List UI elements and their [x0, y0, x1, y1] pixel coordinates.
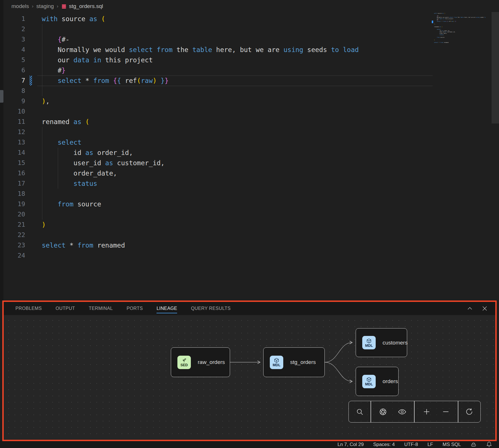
sidebar-scrollbar[interactable] — [0, 90, 3, 103]
code-line-21[interactable]: 21) — [3, 220, 499, 230]
status-bar: Ln 7, Col 29Spaces: 4UTF-8LFMS SQL — [0, 441, 499, 448]
minimap[interactable]: with source as ( {#- Normally we would s… — [434, 13, 486, 45]
badge-label: SED — [181, 363, 188, 367]
cube-icon — [274, 358, 279, 363]
modified-line-indicator — [29, 76, 32, 85]
code-text: ), — [42, 96, 50, 106]
lineage-node-orders[interactable]: MDL orders — [356, 367, 399, 396]
line-number: 1 — [3, 14, 25, 24]
line-number: 20 — [3, 209, 25, 220]
aperture-button[interactable] — [376, 405, 390, 419]
visibility-button[interactable] — [395, 405, 409, 419]
status-cursor-position[interactable]: Ln 7, Col 29 — [337, 442, 364, 447]
model-badge: MDL — [362, 336, 376, 349]
tab-query-results[interactable]: QUERY RESULTS — [191, 302, 231, 315]
breadcrumb-item-staging[interactable]: staging — [36, 3, 54, 9]
code-line-5[interactable]: 5 our data in this project — [3, 55, 499, 65]
code-text: select * from renamed — [42, 240, 125, 250]
breadcrumb: models › staging › stg_orders.sql — [3, 0, 499, 13]
lineage-graph[interactable]: SED raw_orders MDL stg_orders — [4, 315, 495, 439]
code-line-18[interactable]: 18 — [3, 189, 499, 199]
code-line-4[interactable]: 4 Normally we would select from the tabl… — [3, 45, 499, 55]
code-line-1[interactable]: 1with source as ( — [3, 14, 499, 24]
cube-icon — [366, 338, 372, 344]
notifications-button[interactable] — [486, 441, 492, 447]
lineage-node-customers[interactable]: MDL customers — [356, 328, 407, 357]
maximize-panel-button[interactable] — [467, 305, 473, 312]
line-number: 8 — [3, 86, 25, 96]
code-line-24[interactable]: 24 — [3, 250, 499, 261]
breadcrumb-separator: › — [32, 3, 33, 9]
line-number: 13 — [3, 137, 25, 148]
code-line-19[interactable]: 19 from source — [3, 199, 499, 209]
tab-problems[interactable]: PROBLEMS — [15, 302, 42, 315]
line-number: 19 — [3, 199, 25, 209]
line-number: 11 — [3, 117, 25, 127]
code-line-7[interactable]: 7 select * from {{ ref(raw) }} — [3, 75, 499, 86]
badge-label: MDL — [365, 344, 373, 347]
status-language-mode[interactable]: MS SQL — [443, 442, 461, 447]
copilot-icon — [470, 441, 477, 448]
breadcrumb-separator: › — [57, 3, 58, 9]
code-line-8[interactable]: 8 — [3, 86, 499, 96]
code-text: with source as ( — [42, 14, 105, 24]
status-eol[interactable]: LF — [427, 442, 433, 447]
refresh-button[interactable] — [462, 405, 476, 419]
tab-terminal[interactable]: TERMINAL — [89, 302, 113, 315]
lineage-node-raw-orders[interactable]: SED raw_orders — [171, 347, 230, 377]
code-line-13[interactable]: 13 select — [3, 137, 499, 148]
code-text: our data in this project — [42, 55, 153, 65]
code-text: #} — [42, 65, 66, 75]
line-number: 4 — [3, 45, 25, 55]
code-line-16[interactable]: 16 order_date, — [3, 168, 499, 178]
cube-icon — [366, 377, 372, 382]
tab-output[interactable]: OUTPUT — [56, 302, 75, 315]
editor-scrollbar[interactable] — [492, 12, 499, 124]
line-number: 10 — [3, 106, 25, 117]
lineage-node-stg-orders[interactable]: MDL stg_orders — [263, 347, 325, 377]
line-number: 6 — [3, 65, 25, 75]
minimap-modified-marker — [432, 21, 433, 23]
search-button[interactable] — [353, 405, 367, 419]
indent-guide — [42, 24, 42, 96]
panel-tabs: PROBLEMSOUTPUTTERMINALPORTSLINEAGEQUERY … — [4, 302, 495, 315]
code-line-9[interactable]: 9), — [3, 96, 499, 106]
node-label: customers — [383, 340, 408, 346]
status-indentation[interactable]: Spaces: 4 — [373, 442, 395, 447]
code-line-12[interactable]: 12 — [3, 127, 499, 137]
model-badge: MDL — [362, 375, 376, 388]
zoom-out-button[interactable] — [439, 405, 453, 419]
bell-icon — [486, 441, 492, 447]
code-line-2[interactable]: 2 — [3, 24, 499, 34]
close-panel-button[interactable] — [482, 305, 488, 312]
edge-stg-to-customers — [325, 343, 352, 362]
vscode-window: models › staging › stg_orders.sql 1with … — [0, 0, 499, 448]
code-line-14[interactable]: 14 id as order_id, — [3, 148, 499, 158]
code-line-20[interactable]: 20 — [3, 209, 499, 220]
code-text: status — [42, 178, 97, 189]
code-line-3[interactable]: 3 {#- — [3, 34, 499, 45]
tab-ports[interactable]: PORTS — [126, 302, 143, 315]
code-line-11[interactable]: 11renamed as ( — [3, 117, 499, 127]
tab-lineage[interactable]: LINEAGE — [157, 302, 177, 315]
code-line-17[interactable]: 17 status — [3, 178, 499, 189]
node-label: stg_orders — [290, 359, 316, 365]
seedling-icon — [181, 358, 187, 363]
database-icon — [61, 4, 67, 9]
code-line-6[interactable]: 6 #} — [3, 65, 499, 75]
breadcrumb-item-models[interactable]: models — [11, 3, 29, 9]
breadcrumb-item-file[interactable]: stg_orders.sql — [61, 3, 103, 9]
code-line-15[interactable]: 15 user_id as customer_id, — [3, 158, 499, 168]
line-number: 22 — [3, 230, 25, 240]
copilot-button[interactable] — [470, 441, 477, 448]
code-text: id as order_id, — [42, 148, 133, 158]
bottom-panel: PROBLEMSOUTPUTTERMINALPORTSLINEAGEQUERY … — [4, 302, 495, 439]
seed-badge: SED — [177, 356, 191, 369]
code-editor[interactable]: 1with source as (23 {#-4 Normally we wou… — [3, 14, 499, 265]
status-encoding[interactable]: UTF-8 — [404, 442, 418, 447]
code-line-10[interactable]: 10 — [3, 106, 499, 117]
code-text: select * from {{ ref(raw) }} — [42, 75, 169, 86]
zoom-in-button[interactable] — [420, 405, 433, 419]
code-line-23[interactable]: 23select * from renamed — [3, 240, 499, 250]
code-line-22[interactable]: 22 — [3, 230, 499, 240]
